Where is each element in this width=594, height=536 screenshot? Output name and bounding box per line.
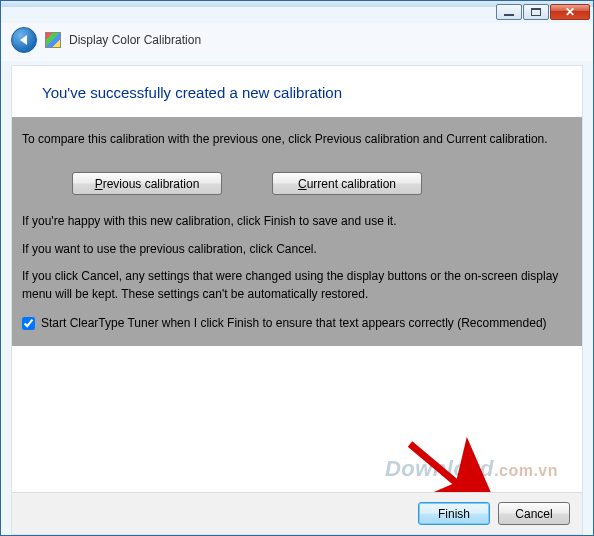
cleartype-checkbox[interactable] — [22, 317, 35, 330]
window-title: Display Color Calibration — [69, 33, 201, 47]
window-frame: ✕ Display Color Calibration You've succe… — [0, 0, 594, 536]
calibration-icon — [45, 32, 61, 48]
cancel-button[interactable]: Cancel — [498, 502, 570, 525]
finish-note: If you're happy with this new calibratio… — [22, 213, 572, 230]
compare-button-row: Previous calibration Current calibration — [22, 158, 572, 213]
current-calibration-button[interactable]: Current calibration — [272, 172, 422, 195]
prev-btn-label-rest: revious calibration — [103, 177, 200, 191]
cancel-detail: If you click Cancel, any settings that w… — [22, 268, 572, 303]
header-bar: Display Color Calibration — [1, 23, 593, 61]
content-area: You've successfully created a new calibr… — [11, 65, 583, 535]
finish-button[interactable]: Finish — [418, 502, 490, 525]
cleartype-label[interactable]: Start ClearType Tuner when I click Finis… — [41, 315, 547, 332]
previous-calibration-button[interactable]: Previous calibration — [72, 172, 222, 195]
watermark: Download.com.vn — [385, 456, 558, 482]
footer-bar: Finish Cancel — [12, 492, 582, 534]
maximize-button[interactable] — [523, 4, 549, 20]
back-button[interactable] — [11, 27, 37, 53]
compare-instruction: To compare this calibration with the pre… — [22, 131, 572, 148]
curr-btn-label-rest: urrent calibration — [307, 177, 396, 191]
titlebar: ✕ — [1, 1, 593, 23]
cleartype-option: Start ClearType Tuner when I click Finis… — [22, 315, 572, 332]
minimize-button[interactable] — [496, 4, 522, 20]
cancel-note: If you want to use the previous calibrat… — [22, 241, 572, 258]
arrow-left-icon — [20, 35, 27, 45]
close-button[interactable]: ✕ — [550, 4, 590, 20]
instruction-panel: To compare this calibration with the pre… — [12, 117, 582, 346]
svg-line-0 — [410, 444, 472, 496]
page-title: You've successfully created a new calibr… — [12, 66, 582, 117]
close-icon: ✕ — [565, 6, 575, 18]
